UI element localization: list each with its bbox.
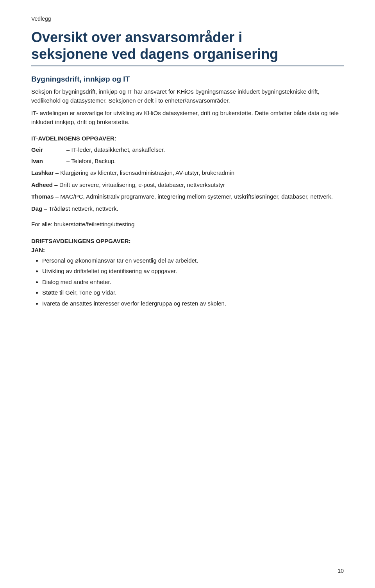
for-alle: For alle: brukerstøtte/feilretting/uttes… — [31, 220, 344, 229]
task-name-ivan: Ivan — [31, 157, 66, 166]
task-desc-ivan: – Telefoni, Backup. — [66, 157, 116, 166]
list-item: Personal og økonomiansvar tar en vesentl… — [42, 256, 344, 266]
jan-label: JAN: — [31, 247, 344, 253]
it-oppgaver-heading: IT-AVDELINGENS OPPGAVER: — [31, 135, 344, 142]
task-block-desc-lashkar: – Klargjøring av klienter, lisensadminis… — [55, 169, 234, 176]
main-title: Oversikt over ansvarsområder i seksjonen… — [31, 29, 344, 62]
page-number: 10 — [338, 568, 344, 574]
intro-text-1: Seksjon for bygningsdrift, innkjøp og IT… — [31, 87, 344, 105]
list-item: Ivareta de ansattes interesser overfor l… — [42, 298, 344, 309]
vedlegg-label: Vedlegg — [31, 16, 344, 22]
task-block-dag: Dag – Trådløst nettverk, nettverk. — [31, 204, 344, 213]
task-block-name-adheed: Adheed — [31, 181, 53, 188]
task-block-desc-dag: – Trådløst nettverk, nettverk. — [44, 205, 118, 212]
task-block-desc-thomas: – MAC/PC, Administrativ programvare, int… — [55, 193, 333, 200]
task-name-geir: Geir — [31, 146, 66, 155]
task-desc-geir: – IT-leder, datasikkerhet, anskaffelser. — [66, 146, 165, 155]
section-heading: Bygningsdrift, innkjøp og IT — [31, 75, 344, 83]
task-block-desc-adheed: – Drift av servere, virtualisering, e-po… — [54, 181, 225, 188]
list-item: Utvikling av driftsfeltet og identifiser… — [42, 266, 344, 276]
task-block-name-dag: Dag — [31, 205, 42, 212]
task-block-lashkar: Lashkar – Klargjøring av klienter, lisen… — [31, 169, 344, 178]
list-item: Dialog med andre enheter. — [42, 277, 344, 287]
task-block-name-lashkar: Lashkar — [31, 169, 54, 176]
task-row-geir: Geir – IT-leder, datasikkerhet, anskaffe… — [31, 146, 344, 155]
intro-text-2: IT- avdelingen er ansvarlige for utvikli… — [31, 109, 344, 126]
title-divider — [31, 66, 344, 66]
drifts-heading: DRIFTSAVDELINGENS OPPGAVER: — [31, 238, 344, 244]
task-row-ivan: Ivan – Telefoni, Backup. — [31, 157, 344, 166]
jan-bullet-list: Personal og økonomiansvar tar en vesentl… — [42, 256, 344, 309]
task-block-name-thomas: Thomas — [31, 193, 54, 200]
task-block-thomas: Thomas – MAC/PC, Administrativ programva… — [31, 192, 344, 201]
list-item: Støtte til Geir, Tone og Vidar. — [42, 288, 344, 298]
task-block-adheed: Adheed – Drift av servere, virtualiserin… — [31, 181, 344, 190]
